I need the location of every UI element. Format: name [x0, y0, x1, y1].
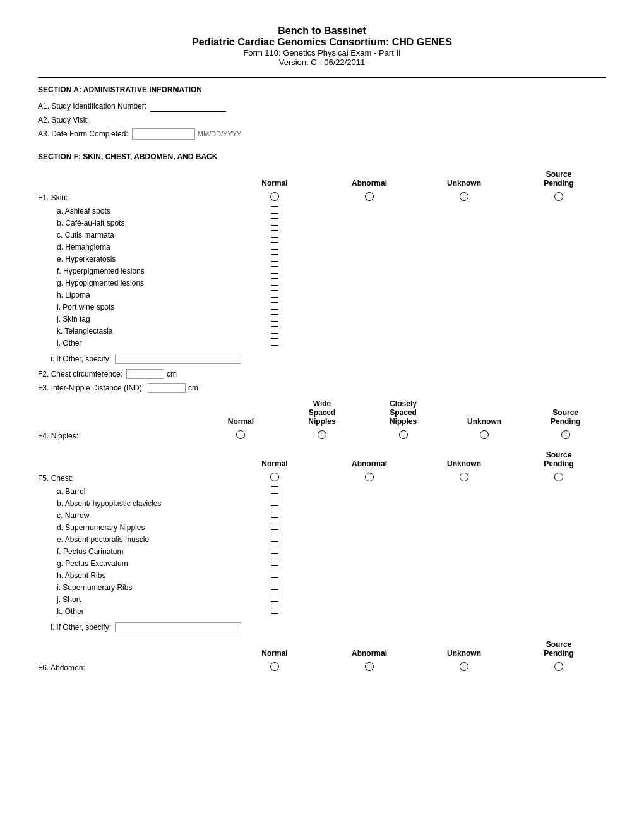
- f6-normal-radio[interactable]: [270, 662, 279, 671]
- f5-abnormal-cell: [322, 471, 417, 485]
- f5f-checkbox[interactable]: [271, 547, 278, 554]
- col-header-normal: Normal: [227, 167, 322, 190]
- f1a-row: a. Ashleaf spots: [38, 205, 606, 217]
- f1a-checkbox-cell: [227, 205, 322, 217]
- f5i-checkbox[interactable]: [271, 583, 278, 590]
- f6-col-header-label: [38, 638, 227, 660]
- f1h-row: h. Lipoma: [38, 289, 606, 301]
- f5-abnormal-radio[interactable]: [365, 473, 374, 481]
- f5k-label: k. Other: [38, 605, 227, 617]
- f5a-checkbox[interactable]: [271, 486, 278, 494]
- f5g-row: g. Pectus Excavatum: [38, 557, 606, 569]
- f2-input[interactable]: [126, 369, 164, 379]
- f5c-row: c. Narrow: [38, 509, 606, 521]
- f1-specify-input[interactable]: [115, 354, 241, 364]
- f1j-checkbox[interactable]: [271, 314, 278, 322]
- f5g-checkbox[interactable]: [271, 559, 278, 566]
- f6-abdomen-row: F6. Abdomen:: [38, 660, 606, 675]
- f4-closely-radio[interactable]: [399, 430, 408, 439]
- f1-abnormal-cell: [322, 190, 417, 205]
- f1d-row: d. Hemangioma: [38, 241, 606, 253]
- f1i-checkbox[interactable]: [271, 302, 278, 310]
- f4-normal-radio[interactable]: [236, 430, 245, 439]
- date-completed-row: A3. Date Form Completed: MM/DD/YYYY: [38, 128, 606, 140]
- f1e-checkbox-cell: [227, 253, 322, 265]
- study-id-input[interactable]: [150, 100, 226, 112]
- f5j-checkbox[interactable]: [271, 595, 278, 602]
- f1j-checkbox-cell: [227, 313, 322, 325]
- f5d-checkbox-cell: [227, 521, 322, 533]
- f5b-checkbox[interactable]: [271, 499, 278, 506]
- f5-normal-cell: [227, 471, 322, 485]
- f4-col-unknown: Unknown: [444, 397, 525, 428]
- f6-col-normal: Normal: [227, 638, 322, 660]
- f6-source-radio[interactable]: [554, 662, 563, 671]
- f5-col-abnormal: Abnormal: [322, 448, 417, 471]
- f1k-checkbox[interactable]: [271, 326, 278, 334]
- f6-col-source: SourcePending: [511, 638, 606, 660]
- f1g-label: g. Hypopigmented lesions: [38, 277, 227, 289]
- section-f-title: SECTION F: SKIN, CHEST, ABDOMEN, AND BAC…: [38, 152, 606, 161]
- f4-unknown-radio[interactable]: [480, 430, 489, 439]
- f5b-checkbox-cell: [227, 497, 322, 509]
- f5h-checkbox-cell: [227, 569, 322, 581]
- f5f-checkbox-cell: [227, 545, 322, 557]
- f3-input[interactable]: [148, 383, 186, 393]
- f1f-row: f. Hyperpigmented lesions: [38, 265, 606, 277]
- f1l-label: l. Other: [38, 337, 227, 349]
- f5f-row: f. Pectus Carinatum: [38, 545, 606, 557]
- f3-row: F3. Inter-Nipple Distance (IND): cm: [38, 383, 606, 393]
- f5k-checkbox[interactable]: [271, 607, 278, 614]
- f1-abnormal-radio[interactable]: [365, 192, 374, 201]
- f1i-checkbox-cell: [227, 301, 322, 313]
- f1-normal-radio[interactable]: [270, 192, 279, 201]
- f1l-checkbox-cell: [227, 337, 322, 349]
- f4-wide-radio[interactable]: [318, 430, 326, 439]
- date-completed-input[interactable]: [132, 128, 195, 140]
- f1-specify-row: i. If Other, specify:: [51, 354, 606, 364]
- f1-unknown-radio[interactable]: [460, 192, 468, 201]
- f1-skin-row: F1. Skin:: [38, 190, 606, 205]
- f1b-checkbox[interactable]: [271, 218, 278, 226]
- f1c-row: c. Cutis marmata: [38, 229, 606, 241]
- f1c-checkbox[interactable]: [271, 230, 278, 238]
- f6-unknown-radio[interactable]: [460, 662, 468, 671]
- f1k-label: k. Telangiectasia: [38, 325, 227, 337]
- f5-normal-radio[interactable]: [270, 473, 279, 481]
- f1h-checkbox[interactable]: [271, 290, 278, 298]
- f1g-checkbox[interactable]: [271, 278, 278, 286]
- f1-source-radio[interactable]: [554, 192, 563, 201]
- f5c-checkbox[interactable]: [271, 511, 278, 518]
- f5h-checkbox[interactable]: [271, 571, 278, 578]
- f1b-row: b. Café-au-lait spots: [38, 217, 606, 229]
- f5h-label: h. Absent Ribs: [38, 569, 227, 581]
- f5-col-unknown: Unknown: [417, 448, 511, 471]
- f1l-checkbox[interactable]: [271, 338, 278, 346]
- f5i-checkbox-cell: [227, 581, 322, 593]
- f5-unknown-radio[interactable]: [460, 473, 468, 481]
- f4-source-cell: [525, 428, 606, 443]
- f5-col-header-label: [38, 448, 227, 471]
- f5-source-radio[interactable]: [554, 473, 563, 481]
- f5e-checkbox[interactable]: [271, 535, 278, 542]
- f5d-label: d. Supernumerary Nipples: [38, 521, 227, 533]
- f4-normal-cell: [200, 428, 282, 443]
- f1a-checkbox[interactable]: [271, 206, 278, 214]
- f5a-row: a. Barrel: [38, 485, 606, 497]
- f6-abnormal-radio[interactable]: [365, 662, 374, 671]
- f4-wide-cell: [282, 428, 363, 443]
- section-a-title: SECTION A: ADMINISTRATIVE INFORMATION: [38, 85, 606, 94]
- f1h-label: h. Lipoma: [38, 289, 227, 301]
- f4-source-radio[interactable]: [561, 430, 570, 439]
- f1e-row: e. Hyperkeratosis: [38, 253, 606, 265]
- f5d-checkbox[interactable]: [271, 523, 278, 530]
- f5-specify-input[interactable]: [115, 622, 241, 632]
- header-divider: [38, 77, 606, 78]
- f5i-label: i. Supernumerary Ribs: [38, 581, 227, 593]
- f1b-checkbox-cell: [227, 217, 322, 229]
- f1d-checkbox[interactable]: [271, 242, 278, 250]
- f5d-row: d. Supernumerary Nipples: [38, 521, 606, 533]
- f1f-checkbox[interactable]: [271, 266, 278, 274]
- f1e-checkbox[interactable]: [271, 254, 278, 262]
- f5j-row: j. Short: [38, 593, 606, 605]
